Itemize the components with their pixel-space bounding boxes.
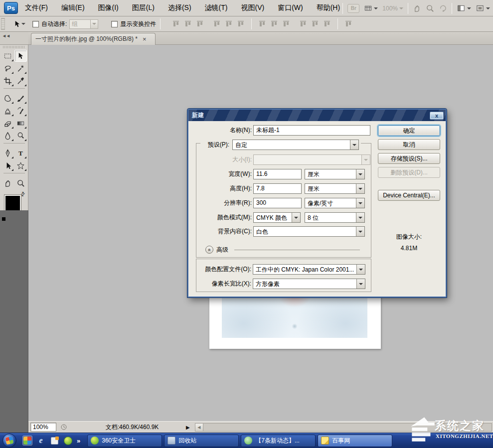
menu-file[interactable]: 文件(F) (25, 3, 48, 12)
crop-tool-button[interactable] (1, 75, 14, 87)
hand-icon[interactable] (413, 4, 421, 12)
width-input[interactable]: 11.6 (253, 169, 302, 179)
360-desktop-icon[interactable] (22, 436, 32, 446)
menu-edit[interactable]: 编辑(E) (61, 3, 85, 12)
menu-select[interactable]: 选择(S) (168, 3, 191, 12)
rect-marquee-icon (3, 52, 12, 60)
zoom-level-input[interactable]: 100% (30, 423, 56, 432)
menu-view[interactable]: 视图(V) (241, 3, 264, 12)
menu-filter[interactable]: 滤镜(T) (205, 3, 228, 12)
horizontal-scrollbar[interactable]: ◀ (195, 423, 492, 432)
toolbox-grip[interactable] (3, 46, 25, 48)
distribute-top-button (257, 18, 268, 29)
document-tab[interactable]: 一寸照片的制作.jpg @ 100%(RGB/8) * × (31, 33, 156, 45)
screen-mode-button[interactable] (476, 4, 490, 12)
move-tool-button[interactable] (14, 50, 27, 62)
crop-icon (3, 77, 12, 85)
zoom-level-dropdown[interactable]: 100% (382, 5, 403, 12)
messenger-icon[interactable] (49, 436, 59, 446)
foreground-color-swatch[interactable] (4, 195, 21, 211)
toolbox-collapse-button[interactable]: ◄◄ (0, 32, 28, 45)
toolbox: T ⇄ (0, 45, 28, 210)
move-tool-icon (13, 20, 21, 28)
rotate-view-icon[interactable] (439, 4, 447, 12)
rect-marquee-tool-button[interactable] (1, 50, 14, 62)
ok-button[interactable]: 确定 (378, 125, 440, 136)
custom-shape-icon (16, 161, 25, 170)
menu-help[interactable]: 帮助(H) (317, 3, 340, 12)
spot-healing-tool-button[interactable] (1, 92, 14, 104)
menu-window[interactable]: 窗口(W) (278, 3, 303, 12)
menu-image[interactable]: 图像(I) (98, 3, 119, 12)
show-transform-checkbox[interactable] (111, 21, 118, 27)
task-button-360安全卫士[interactable]: 360安全卫士 (87, 435, 162, 447)
dodge-tool-button[interactable] (14, 130, 27, 142)
menu-layer[interactable]: 图层(L) (132, 3, 155, 12)
task-button-7条新动态[interactable]: 【7条新动态】... (241, 435, 316, 447)
save-preset-button[interactable]: 存储预设(S)... (378, 153, 440, 164)
custom-shape-tool-button[interactable] (14, 159, 27, 171)
bit-depth-select[interactable]: 8 位 (305, 212, 365, 223)
name-input[interactable]: 未标题-1 (253, 125, 370, 136)
pen-tool-button[interactable] (1, 147, 14, 159)
align-horizontal-center-button (223, 18, 234, 29)
lasso-tool-button[interactable] (1, 62, 14, 74)
resolution-unit-select[interactable]: 像素/英寸 (305, 198, 365, 208)
blur-tool-button[interactable] (1, 130, 14, 142)
eraser-tool-button[interactable] (1, 117, 14, 129)
color-profile-select[interactable]: 工作中的 CMYK: Japan Color 2001... (253, 264, 365, 275)
path-selection-icon (3, 161, 12, 170)
history-brush-tool-button[interactable] (14, 105, 27, 117)
workspace-button[interactable] (457, 4, 471, 12)
distribute-vertical-center-button (269, 18, 280, 29)
dialog-title-bar[interactable]: 新建 x (188, 110, 446, 121)
height-unit-select[interactable]: 厘米 (305, 183, 365, 194)
type-tool-button[interactable]: T (14, 147, 27, 159)
extras-button[interactable] (364, 4, 378, 12)
background-contents-select[interactable]: 白色 (253, 226, 365, 237)
dialog-close-button[interactable]: x (430, 112, 444, 120)
delete-preset-button: 删除预设(D)... (378, 167, 440, 178)
height-input[interactable]: 7.8 (253, 183, 302, 194)
status-menu-icon[interactable] (59, 423, 68, 432)
device-central-button[interactable]: Device Central(E)... (378, 190, 440, 201)
gradient-tool-button[interactable] (14, 117, 27, 129)
task-button-百事网[interactable]: 百事网 (318, 435, 392, 447)
status-bar-arrow-button[interactable]: ▶ (186, 425, 190, 430)
start-button[interactable] (2, 434, 16, 448)
tab-close-icon[interactable]: × (143, 36, 147, 42)
brush-tool-button[interactable] (14, 92, 27, 104)
eyedropper-tool-button[interactable] (14, 75, 27, 87)
width-unit-select[interactable]: 厘米 (305, 169, 365, 179)
i360s (91, 437, 99, 445)
task-button-回收站[interactable]: 回收站 (164, 435, 239, 447)
quick-launch-overflow-icon[interactable]: » (77, 437, 80, 445)
dialog-title: 新建 (192, 111, 430, 120)
color-profile-label: 颜色配置文件(O): (193, 264, 251, 275)
hand-tool-button[interactable] (1, 177, 14, 189)
advanced-collapse-button[interactable]: » (205, 246, 213, 254)
zoom-tool-button[interactable] (14, 177, 27, 189)
resolution-input[interactable]: 300 (253, 198, 302, 208)
eraser-icon (3, 119, 12, 128)
360-circle-icon[interactable] (63, 436, 73, 446)
document-tab-bar: 一寸照片的制作.jpg @ 100%(RGB/8) * × (28, 32, 493, 45)
align-buttons (170, 18, 354, 29)
zoom-icon[interactable] (426, 4, 434, 12)
path-selection-tool-button[interactable] (1, 159, 14, 171)
clone-stamp-tool-button[interactable] (1, 105, 14, 117)
preset-select[interactable]: 自定 (232, 140, 359, 150)
ie-icon[interactable]: e (36, 436, 46, 446)
color-mode-select[interactable]: CMYK 颜色 (253, 212, 301, 223)
bridge-button[interactable]: Br (347, 4, 359, 13)
advanced-label: 高级 (216, 245, 231, 255)
cancel-button[interactable]: 取消 (378, 139, 440, 150)
current-tool-button[interactable] (13, 20, 25, 28)
divider (452, 3, 452, 14)
new-document-dialog: 新建 x 名称(N): 未标题-1 预设(P): 自定 大小(I): 宽度(W)… (187, 109, 447, 298)
scroll-left-icon[interactable]: ◀ (195, 424, 203, 431)
magic-wand-tool-button[interactable] (14, 62, 27, 74)
auto-select-checkbox[interactable] (32, 21, 39, 27)
options-bar-grip[interactable] (1, 18, 5, 30)
pixel-aspect-select[interactable]: 方形像素 (253, 279, 365, 289)
